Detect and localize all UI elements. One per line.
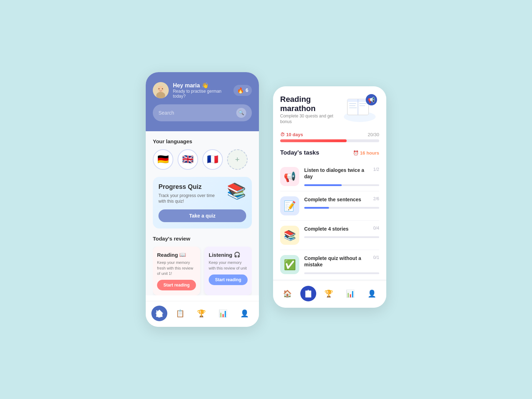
rnav-tasks-button[interactable]: 📋 [300,286,316,301]
left-header: Hey maria 👋 Ready to practise german tod… [146,72,259,131]
languages-row: 🇩🇪 🇬🇧 🇫🇷 + [153,149,252,170]
rnav-home-button[interactable]: 🏠 [279,287,296,300]
left-body: Your languages 🇩🇪 🇬🇧 🇫🇷 + Progress Quiz … [146,131,259,296]
nav-profile-button[interactable]: 👤 [236,307,253,320]
task-row-listen: Listen to dialoges twice a day 1/2 [304,167,379,181]
stats-icon: 📊 [219,309,227,318]
time-badge: ⏰ 16 hours [353,150,379,156]
task-row-stories: Complete 4 stories 0/4 [304,226,379,233]
start-listening-button[interactable]: Start reading [209,274,248,285]
rnav-stats-button[interactable]: 📊 [342,287,359,300]
time-label: 16 hours [360,150,379,156]
reading-title: Reading [157,252,178,258]
days-label: 10 days [286,132,303,137]
rnav-home-icon: 🏠 [283,290,292,297]
rnav-tasks-icon: 📋 [304,290,313,297]
svg-rect-9 [349,103,356,104]
marathon-header: Reading marathon Complete 30 quests and … [280,95,379,130]
clock-icon: ⏰ [353,150,359,156]
reading-card: Reading 📖 Keep your memory fresh with th… [153,247,200,295]
rnav-trophy-button[interactable]: 🏆 [320,287,337,300]
rnav-profile-button[interactable]: 👤 [363,287,381,300]
task-fill-listen [304,184,342,186]
task-counter-listen: 1/2 [373,167,379,172]
listening-title: Listening [209,252,232,258]
task-counter-stories: 0/4 [373,226,379,231]
quiz-description: Track your progress over time with this … [158,193,215,205]
marathon-progress-fill [280,139,347,142]
streak-count: 6 [245,87,248,93]
task-item-stories[interactable]: 📚 Complete 4 stories 0/4 [280,221,379,250]
progress-total: 30 [374,132,379,137]
rnav-trophy-icon: 🏆 [324,290,333,297]
task-row-quiz: Complete quiz without a mistake 0/1 [304,255,379,269]
nav-tasks-button[interactable]: 📋 [172,307,189,320]
task-name-stories: Complete 4 stories [304,226,348,232]
svg-rect-11 [349,108,357,108]
quiz-text: Progress Quiz Track your progress over t… [158,183,215,205]
task-icon-quiz: ✅ [280,255,299,274]
greeting-name: Hey maria 👋 [173,82,234,89]
right-nav: 🏠 📋 🏆 📊 👤 [273,281,386,308]
task-item-quiz[interactable]: ✅ Complete quiz without a mistake 0/1 [280,250,379,279]
quiz-card-content: Progress Quiz Track your progress over t… [158,183,246,205]
rnav-profile-icon: 👤 [368,290,376,297]
svg-rect-12 [359,103,366,104]
task-content-quiz: Complete quiz without a mistake 0/1 [304,255,379,274]
right-body: Reading marathon Complete 30 quests and … [273,86,386,279]
search-bar: 🔍 [153,104,252,121]
avatar [153,82,169,98]
home-icon: 🏠 [155,309,164,318]
reading-description: Keep your memory fresh with this review … [157,260,196,276]
progress-count: 20/30 [368,132,379,137]
reading-card-header: Reading 📖 [157,251,196,258]
quiz-emoji: ✅ [284,259,296,271]
listening-icon: 🎧 [234,251,241,258]
lang-german[interactable]: 🇩🇪 [153,149,173,170]
task-item-sentences[interactable]: 📝 Complete the sentences 2/6 [280,191,379,221]
nav-trophy-button[interactable]: 🏆 [193,307,210,320]
marathon-progress-row: ⏱ 10 days 20/30 [280,132,379,137]
quiz-title: Progress Quiz [158,183,215,191]
task-name-quiz: Complete quiz without a mistake [304,255,373,268]
review-section: Today's review Reading 📖 Keep your memor… [153,236,252,295]
review-cards-row: Reading 📖 Keep your memory fresh with th… [153,247,252,295]
nav-stats-button[interactable]: 📊 [214,307,232,320]
task-progress-quiz [304,272,379,274]
review-section-title: Today's review [153,236,252,242]
listening-card-header: Listening 🎧 [209,251,248,258]
greeting-text: Hey maria 👋 Ready to practise german tod… [173,82,234,99]
languages-section-title: Your languages [153,138,252,144]
take-quiz-button[interactable]: Take a quiz [158,209,246,222]
marathon-title: Reading marathon [280,95,340,113]
reading-icon: 📖 [179,251,186,258]
left-nav: 🏠 📋 🏆 📊 👤 [146,301,259,327]
task-content-listen: Listen to dialoges twice a day 1/2 [304,167,379,186]
nav-home-button[interactable]: 🏠 [151,306,167,321]
header-top: Hey maria 👋 Ready to practise german tod… [153,82,252,99]
svg-text:📢: 📢 [368,97,375,103]
trophy-icon: 🏆 [197,309,206,318]
lang-english[interactable]: 🇬🇧 [178,149,198,170]
listening-card: Listening 🎧 Keep your memory with this r… [204,247,252,295]
start-reading-button[interactable]: Start reading [157,280,196,290]
task-icon-stories: 📚 [280,226,299,245]
screens-container: Hey maria 👋 Ready to practise german tod… [132,58,400,341]
listen-emoji: 📢 [284,171,296,183]
search-input[interactable] [158,110,233,116]
phone-right: Reading marathon Complete 30 quests and … [273,86,386,308]
svg-rect-10 [349,105,355,106]
search-button[interactable]: 🔍 [236,108,246,118]
tasks-title: Today's tasks [280,149,319,156]
lang-add[interactable]: + [227,149,248,170]
task-counter-sentences: 2/6 [373,196,379,201]
task-content-stories: Complete 4 stories 0/4 [304,226,379,238]
listening-description: Keep your memory with this review of uni… [209,260,248,271]
lang-french[interactable]: 🇫🇷 [202,149,223,170]
task-progress-listen [304,184,379,186]
phone-left: Hey maria 👋 Ready to practise german tod… [146,72,259,327]
task-item-listen[interactable]: 📢 Listen to dialoges twice a day 1/2 [280,162,379,191]
svg-point-1 [158,86,164,92]
marathon-text: Reading marathon Complete 30 quests and … [280,95,340,130]
task-content-sentences: Complete the sentences 2/6 [304,196,379,209]
